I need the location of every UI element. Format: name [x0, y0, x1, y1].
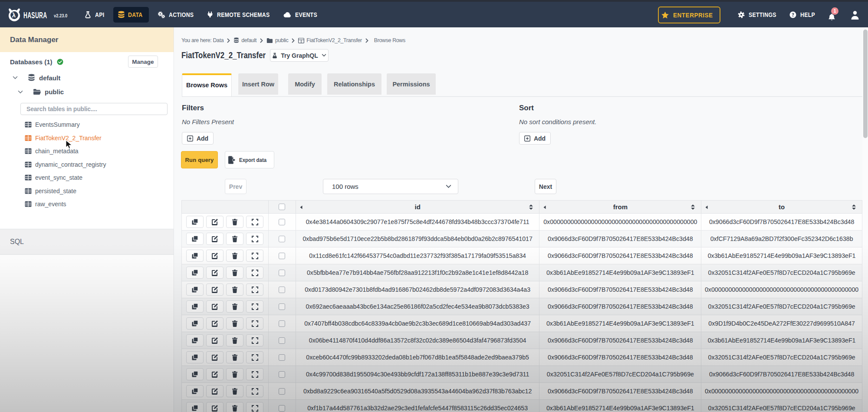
svg-text:λ: λ — [12, 11, 16, 19]
